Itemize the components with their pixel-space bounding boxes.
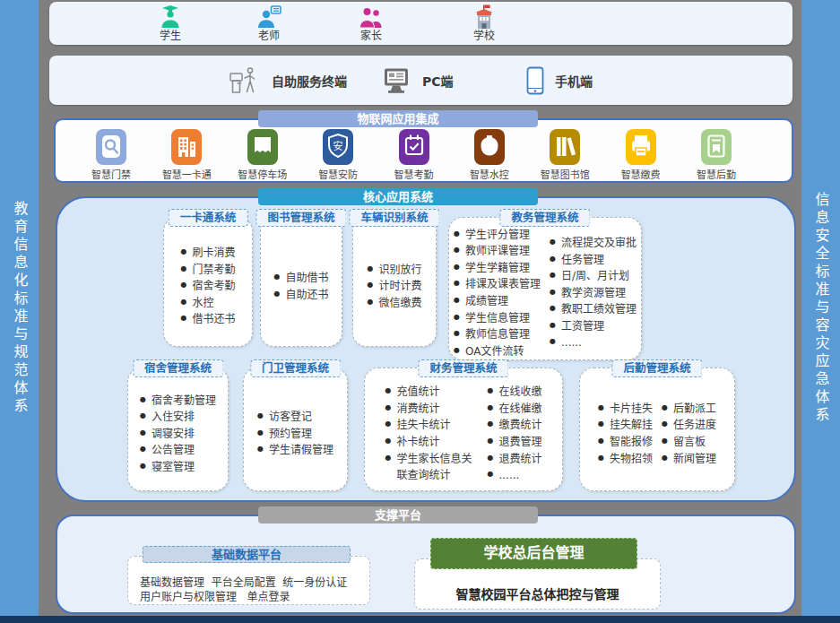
left-banner-text: 教育信息化标准与规范体系 (13, 201, 27, 416)
bullet-item: 公告管理 (140, 442, 216, 459)
bullet-item: 计时计费 (367, 278, 421, 295)
bullet-item: 缴费统计 (487, 417, 541, 434)
bullet-item: 智能报修 (598, 434, 653, 451)
bullet-item: 挂失解挂 (598, 417, 653, 434)
system-bullet-list: 宿舍考勤管理入住安排调寝安排公告管理寝室管理 (140, 393, 216, 476)
iot-item-label: 智慧缴费 (611, 167, 671, 181)
bullet-item: 入住安排 (140, 409, 216, 426)
iot-panel: 智慧门禁 智慧一卡通 (54, 118, 793, 183)
user-role-student: 学生 (134, 4, 206, 42)
terminal-kiosk: 自助服务终端 (229, 56, 347, 105)
bullet-item: 挂失卡统计 (385, 417, 478, 434)
bullet-item: 退费统计 (487, 451, 541, 468)
terminal-pc: PC端 (381, 56, 454, 105)
right-standards-banner: 信息安全标准与容灾应急体系 (801, 0, 840, 616)
bullet-item: 学生请假管理 (257, 442, 333, 459)
terminal-mobile: 手机端 (526, 56, 593, 105)
iot-item-water: 智慧水控 (459, 129, 520, 181)
iot-item-label: 智慧安防 (307, 167, 368, 181)
smart-access-icon (96, 129, 126, 165)
smart-payment-icon (626, 129, 656, 165)
bullet-item: 在线收缴 (487, 384, 541, 401)
bullet-item: 工资管理 (550, 318, 636, 335)
iot-item-payment: 智慧缴费 (611, 129, 671, 181)
system-bullet-list: 充值统计消费统计挂失卡统计补卡统计学生家长信息关联查询统计 (385, 384, 478, 484)
bullet-item: 自助借书 (273, 270, 328, 287)
smart-attendance-icon (399, 129, 429, 165)
iot-item-security: 安 智慧安防 (307, 129, 368, 181)
base-data-platform-box: 基础数据管理 平台全局配置 统一身份认证 用户账户与权限管理 单点登录 (127, 556, 370, 605)
bottom-strip (0, 616, 840, 623)
smart-card-icon (171, 129, 202, 165)
smart-water-icon (474, 129, 505, 165)
system-box-finance: 财务管理系统 充值统计消费统计挂失卡统计补卡统计学生家长信息关联查询统计 在线收… (364, 368, 563, 491)
terminal-label: 手机端 (555, 72, 593, 90)
iot-section-header: 物联网应用集成 (258, 110, 538, 127)
bullet-item: 门禁考勤 (180, 262, 235, 279)
teacher-icon (255, 4, 282, 30)
bullet-item: 排课及课表管理 (454, 276, 541, 293)
user-role-label: 老师 (233, 30, 305, 42)
bullet-item: 寝室管理 (140, 459, 216, 476)
terminal-label: PC端 (422, 72, 454, 90)
bullet-item: 学生家长信息关联查询统计 (385, 451, 478, 484)
bullet-item: 访客登记 (257, 409, 333, 426)
iot-item-logistics: 智慧后勤 (686, 129, 747, 181)
bullet-item: ...... (487, 467, 541, 484)
terminals-panel: 自助服务终端 PC端 手机端 (49, 56, 792, 105)
bullet-item: 后勤派工 (662, 401, 716, 418)
system-box-dormitory: 宿舍管理系统 宿舍考勤管理入住安排调寝安排公告管理寝室管理 (127, 368, 229, 491)
bullet-item: 学生评分管理 (454, 227, 541, 244)
bullet-item: 识别放行 (367, 262, 421, 279)
left-standards-banner: 教育信息化标准与规范体系 (0, 0, 39, 616)
bullet-item: 成绩管理 (454, 293, 541, 310)
system-box-gate: 门卫管理系统 访客登记预约管理学生请假管理 (243, 368, 348, 491)
system-title: 财务管理系统 (418, 359, 508, 377)
bullet-item: 退费管理 (487, 434, 541, 451)
bullet-item: 充值统计 (385, 384, 478, 401)
bullet-item: 自助还书 (273, 287, 328, 304)
iot-item-label: 智慧一卡通 (156, 167, 217, 181)
bullet-item: 消费统计 (385, 401, 478, 418)
system-box-vehicle: 车辆识别系统 识别放行计时计费微信缴费 (352, 217, 437, 347)
bullet-item: OA文件流转 (454, 343, 541, 360)
base-platform-line: 基础数据管理 平台全局配置 统一身份认证 (140, 575, 362, 590)
user-role-teacher: 老师 (233, 4, 305, 42)
kiosk-icon (229, 65, 261, 97)
core-applications-panel: 一卡通系统 刷卡消费门禁考勤宿舍考勤水控借书还书 图书管理系统 自助借书自助还书… (56, 196, 796, 502)
bullet-item: 卡片挂失 (598, 401, 653, 418)
bullet-item: 教职工绩效管理 (550, 301, 636, 318)
iot-item-label: 智慧停车场 (232, 167, 293, 181)
system-bullet-list: 识别放行计时计费微信缴费 (367, 262, 421, 312)
base-platform-line: 用户账户与权限管理 单点登录 (140, 590, 362, 604)
system-bullet-list: 卡片挂失挂失解挂智能报修失物招领 (598, 401, 653, 467)
smart-security-icon: 安 (323, 129, 353, 165)
svg-text:安: 安 (333, 140, 343, 152)
smart-logistics-icon (701, 129, 732, 165)
user-role-parent: 家长 (335, 4, 407, 42)
pc-icon (381, 67, 411, 94)
iot-item-library: 智慧图书馆 (534, 129, 595, 181)
user-role-school: 学校 (448, 4, 520, 42)
school-admin-title: 学校总后台管理 (430, 538, 637, 569)
bullet-item: 任务进度 (662, 417, 716, 434)
school-admin-desc: 智慧校园平台总体把控与管理 (415, 584, 660, 602)
bullet-item: 教师评课管理 (454, 243, 541, 260)
bullet-item: 在线催缴 (487, 401, 541, 418)
system-bullet-list: 在线收缴在线催缴缴费统计退费管理退费统计...... (487, 384, 541, 484)
phone-icon (526, 66, 544, 95)
bullet-item: 任务管理 (550, 252, 636, 269)
bullet-item: 预约管理 (257, 426, 333, 443)
bullet-item: 留言板 (662, 434, 716, 451)
bullet-item: ...... (550, 334, 636, 351)
right-banner-text: 信息安全标准与容灾应急体系 (814, 192, 828, 425)
system-title: 车辆识别系统 (349, 209, 439, 227)
bullet-item: 新闻管理 (662, 451, 716, 468)
support-platform-panel: 基础数据平台 基础数据管理 平台全局配置 统一身份认证 用户账户与权限管理 单点… (56, 515, 796, 614)
bullet-item: 教师信息管理 (454, 326, 541, 343)
system-bullet-list: 流程提交及审批任务管理日/周、月计划教学资源管理教职工绩效管理工资管理.....… (550, 235, 636, 351)
iot-item-label: 智慧图书馆 (534, 167, 595, 181)
iot-row: 智慧门禁 智慧一卡通 (56, 120, 792, 181)
student-icon (157, 4, 184, 30)
system-bullet-list: 访客登记预约管理学生请假管理 (257, 409, 333, 459)
